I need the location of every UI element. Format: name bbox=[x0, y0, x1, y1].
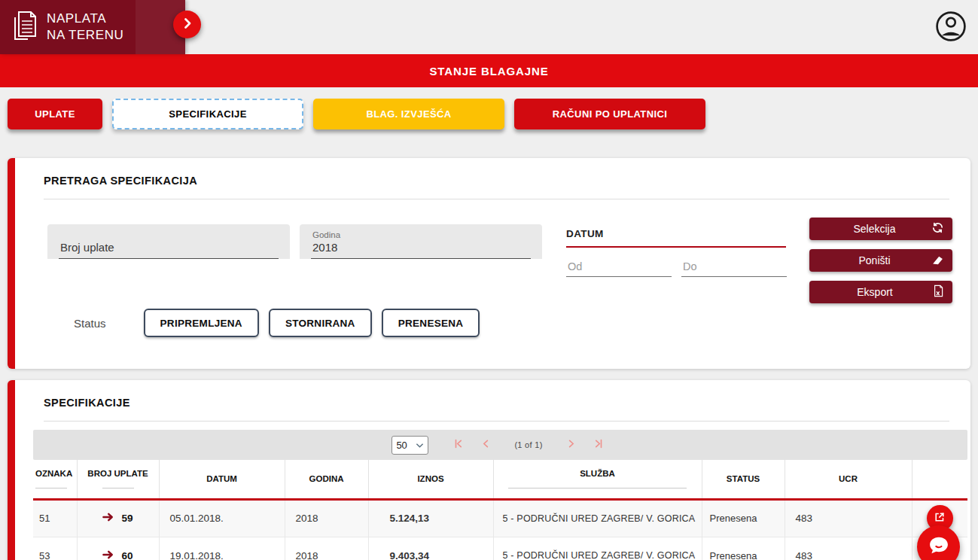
col-header-status[interactable]: STATUS bbox=[702, 460, 785, 499]
first-page-icon bbox=[452, 438, 464, 452]
broj-uplate-input[interactable] bbox=[59, 241, 279, 259]
table-header-row: OZNAKA BROJ UPLATE DATUM GODINA IZNOS SL… bbox=[33, 460, 967, 499]
status-pripremljena-button[interactable]: PRIPREMLJENA bbox=[144, 309, 259, 337]
prev-page-button[interactable] bbox=[476, 438, 496, 452]
selekcija-button[interactable]: Selekcija bbox=[809, 218, 952, 240]
chevron-left-icon bbox=[480, 438, 492, 452]
cell-sluzba: 5 - PODRUČNI URED ZAGREB/ V. GORICA bbox=[493, 537, 702, 560]
cell-oznaka-link[interactable]: 51 bbox=[33, 499, 77, 537]
cell-status: Prenesena bbox=[702, 499, 785, 537]
user-circle-icon bbox=[934, 35, 968, 46]
tab-racuni-po-uplatnici[interactable]: RAČUNI PO UPLATNICI bbox=[514, 99, 705, 129]
chevron-down-icon bbox=[416, 440, 424, 451]
refresh-icon bbox=[931, 221, 944, 236]
datum-label: DATUM bbox=[566, 228, 786, 239]
search-panel: PRETRAGA SPECIFIKACIJA Godina DATUM Sele… bbox=[8, 158, 970, 369]
arrow-right-icon bbox=[102, 513, 114, 524]
chat-bubble-icon bbox=[926, 533, 952, 560]
eksport-button[interactable]: Eksport bbox=[809, 281, 952, 303]
status-stornirana-button[interactable]: STORNIRANA bbox=[269, 309, 372, 337]
app-logo-block: NAPLATA NA TERENU bbox=[0, 0, 185, 54]
tabs-row: UPLATE SPECIFIKACIJE BLAG. IZVJEŠĆA RAČU… bbox=[0, 87, 978, 129]
cell-broj-uplate: 60 bbox=[77, 537, 159, 560]
app-title: NAPLATA NA TERENU bbox=[47, 11, 123, 44]
table-row: 53 60 19.01.2018. 2018 9.403,34 5 - PODR… bbox=[33, 537, 967, 560]
datum-underline bbox=[566, 246, 786, 248]
chevron-right-icon bbox=[565, 438, 577, 452]
col-header-iznos[interactable]: IZNOS bbox=[368, 460, 493, 499]
tab-specifikacije[interactable]: SPECIFIKACIJE bbox=[112, 99, 303, 129]
datum-group: DATUM bbox=[566, 224, 786, 277]
pagination-bar: 50 (1 of 1) bbox=[33, 430, 967, 460]
godina-field[interactable]: Godina bbox=[300, 224, 542, 259]
status-prenesena-button[interactable]: PRENESENA bbox=[382, 309, 480, 337]
ponisti-button[interactable]: Poništi bbox=[809, 249, 952, 272]
status-label: Status bbox=[74, 317, 106, 330]
document-stack-icon bbox=[11, 10, 39, 44]
column-filter[interactable] bbox=[102, 488, 134, 488]
datum-od-input[interactable] bbox=[566, 259, 672, 277]
datum-do-input[interactable] bbox=[681, 259, 787, 277]
search-actions: Selekcija Poništi Eksport bbox=[809, 218, 952, 303]
broj-uplate-field[interactable] bbox=[47, 224, 290, 259]
account-button[interactable] bbox=[934, 9, 968, 44]
page-title: STANJE BLAGAJNE bbox=[429, 65, 548, 78]
tab-blag-izvjesca[interactable]: BLAG. IZVJEŠĆA bbox=[313, 99, 504, 129]
col-header-ucr[interactable]: UCR bbox=[785, 460, 912, 499]
divider bbox=[44, 421, 949, 422]
first-page-button[interactable] bbox=[448, 438, 468, 452]
cell-ucr: 483 bbox=[785, 537, 912, 560]
column-filter[interactable] bbox=[35, 488, 67, 488]
next-page-button[interactable] bbox=[561, 438, 581, 452]
arrow-right-icon bbox=[102, 550, 114, 560]
cell-ucr: 483 bbox=[785, 499, 912, 537]
search-panel-title: PRETRAGA SPECIFIKACIJA bbox=[15, 158, 970, 187]
cell-iznos: 5.124,13 bbox=[368, 499, 493, 537]
sidebar-expand-button[interactable] bbox=[173, 11, 201, 38]
last-page-icon bbox=[593, 438, 605, 452]
col-header-datum[interactable]: DATUM bbox=[159, 460, 285, 499]
col-header-oznaka[interactable]: OZNAKA bbox=[33, 460, 77, 499]
cell-broj-uplate: 59 bbox=[77, 499, 159, 537]
page-title-bar: STANJE BLAGAJNE bbox=[0, 54, 978, 87]
col-header-broj-uplate[interactable]: BROJ UPLATE bbox=[77, 460, 159, 499]
col-header-godina[interactable]: GODINA bbox=[285, 460, 368, 499]
col-header-sluzba[interactable]: SLUŽBA bbox=[493, 460, 702, 499]
last-page-button[interactable] bbox=[589, 438, 609, 452]
col-header-actions bbox=[912, 460, 967, 499]
column-filter[interactable] bbox=[508, 488, 687, 488]
godina-input[interactable] bbox=[311, 241, 531, 259]
status-row: Status PRIPREMLJENA STORNIRANA PRENESENA bbox=[74, 309, 970, 337]
divider bbox=[44, 199, 949, 199]
specifications-title: SPECIFIKACIJE bbox=[15, 380, 970, 409]
cell-datum: 05.01.2018. bbox=[159, 499, 285, 537]
top-bar: NAPLATA NA TERENU bbox=[0, 0, 978, 54]
cell-godina: 2018 bbox=[285, 499, 368, 537]
excel-icon bbox=[932, 285, 944, 300]
external-link-icon bbox=[933, 510, 946, 526]
specifications-table: OZNAKA BROJ UPLATE DATUM GODINA IZNOS SL… bbox=[33, 460, 967, 560]
godina-label: Godina bbox=[311, 226, 531, 241]
page-size-select[interactable]: 50 bbox=[392, 436, 428, 455]
cell-iznos: 9.403,34 bbox=[368, 537, 493, 560]
cell-datum: 19.01.2018. bbox=[159, 537, 285, 560]
chevron-right-icon bbox=[181, 17, 193, 32]
eraser-icon bbox=[931, 253, 944, 268]
page-info: (1 of 1) bbox=[514, 440, 542, 449]
cell-godina: 2018 bbox=[285, 537, 368, 560]
table-row: 51 59 05.01.2018. 2018 5.124,13 5 - PODR… bbox=[33, 499, 967, 537]
specifications-panel: SPECIFIKACIJE 50 (1 of 1 bbox=[8, 380, 970, 560]
cell-status: Prenesena bbox=[702, 537, 785, 560]
tab-uplate[interactable]: UPLATE bbox=[8, 99, 102, 129]
cell-oznaka-link[interactable]: 53 bbox=[33, 537, 77, 560]
cell-sluzba: 5 - PODRUČNI URED ZAGREB/ V. GORICA bbox=[493, 499, 702, 537]
